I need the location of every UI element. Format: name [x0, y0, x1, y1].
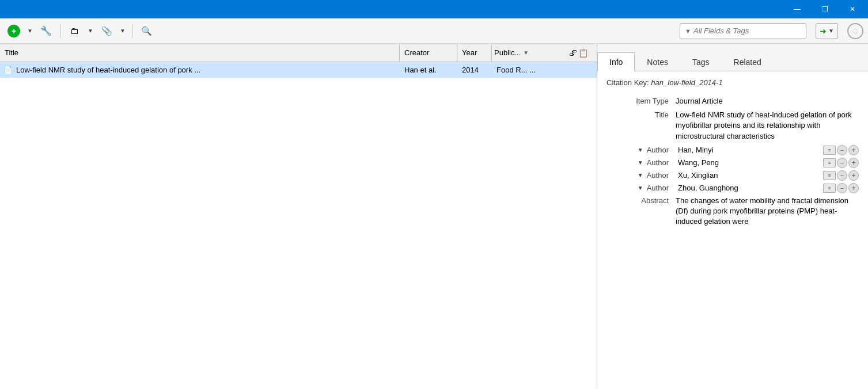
citation-key-label: Citation Key:	[607, 78, 649, 87]
main-layout: Title Creator Year Public... ▼ 🖇 📋 📄 Low…	[0, 44, 868, 389]
toolbar: + ▼ 🔧 🗀 ▼ 📎 ▼ 🔍 ▼ ➜ ▼ ◌	[0, 18, 868, 44]
author-3-move-btn[interactable]: ≡	[823, 171, 836, 180]
title-label: Title	[607, 110, 676, 119]
author-row-1: ▼ Author Han, Minyi ≡ − +	[607, 145, 859, 155]
go-button[interactable]: ➜ ▼	[816, 23, 838, 39]
search-box: ▼	[680, 23, 806, 39]
save-button[interactable]: 🗀	[65, 22, 84, 40]
citation-key-value: han_low-field_2014-1	[651, 78, 722, 87]
table-body: 📄 Low-field NMR study of heat-induced ge…	[0, 62, 597, 389]
author-3-remove-btn[interactable]: −	[837, 170, 847, 181]
row-title: Low-field NMR study of heat-induced gela…	[16, 66, 400, 74]
sync-button[interactable]: ◌	[847, 23, 863, 39]
author-3-name[interactable]: Xu, Xinglian	[678, 171, 821, 180]
author-3-label: Author	[647, 171, 673, 180]
author-2-move-btn[interactable]: ≡	[823, 158, 836, 167]
author-1-add-btn[interactable]: +	[848, 145, 859, 155]
maximize-button[interactable]: ❐	[812, 1, 838, 18]
attach-dropdown-button[interactable]: ▼	[118, 22, 127, 40]
author-row-3: ▼ Author Xu, Xinglian ≡ − +	[607, 170, 859, 181]
add-button[interactable]: +	[5, 22, 23, 40]
author-4-controls: ≡ − +	[823, 183, 859, 193]
row-publication: Food R... ...	[492, 66, 567, 74]
author-1-name[interactable]: Han, Minyi	[678, 146, 821, 154]
author-1-controls: ≡ − +	[823, 145, 859, 155]
close-button[interactable]: ✕	[839, 1, 866, 18]
left-panel: Title Creator Year Public... ▼ 🖇 📋 📄 Low…	[0, 44, 597, 389]
row-creator: Han et al.	[400, 66, 457, 74]
title-row: Title Low-field NMR study of heat-induce…	[607, 110, 859, 142]
row-type-icon: 📄	[0, 66, 16, 74]
author-1-expand-icon[interactable]: ▼	[638, 147, 645, 153]
abstract-value[interactable]: The changes of water mobility and fracta…	[676, 196, 859, 227]
table-header: Title Creator Year Public... ▼ 🖇 📋	[0, 44, 597, 62]
go-arrow-icon: ➜	[820, 26, 827, 36]
author-1-label: Author	[647, 146, 673, 154]
search-dropdown-arrow: ▼	[685, 28, 691, 35]
author-row-2: ▼ Author Wang, Peng ≡ − +	[607, 158, 859, 168]
author-3-controls: ≡ − +	[823, 170, 859, 181]
abstract-label: Abstract	[607, 196, 676, 205]
authors-section: ▼ Author Han, Minyi ≡ − + ▼ Author	[607, 145, 859, 193]
author-row-4: ▼ Author Zhou, Guanghong ≡ − +	[607, 183, 859, 193]
title-bar: — ❐ ✕	[0, 0, 868, 18]
author-2-name[interactable]: Wang, Peng	[678, 158, 821, 167]
attach-button[interactable]: 📎	[97, 22, 116, 40]
author-4-move-btn[interactable]: ≡	[823, 184, 836, 193]
item-type-label: Item Type	[607, 96, 676, 105]
col-header-attach: 🖇 📋	[567, 44, 597, 62]
author-2-add-btn[interactable]: +	[848, 158, 859, 168]
separator-2	[132, 24, 132, 38]
author-3-expand-icon[interactable]: ▼	[638, 172, 645, 178]
citation-key-row: Citation Key: han_low-field_2014-1	[607, 78, 859, 87]
add-dropdown-button[interactable]: ▼	[25, 22, 35, 40]
col-header-year: Year	[457, 44, 492, 62]
tab-info[interactable]: Info	[597, 52, 635, 71]
sort-arrow-icon: ▼	[523, 49, 529, 56]
tools-button[interactable]: 🔧	[37, 22, 55, 40]
row-year: 2014	[457, 66, 492, 74]
col-header-creator: Creator	[400, 44, 457, 62]
separator-1	[60, 24, 60, 38]
author-2-remove-btn[interactable]: −	[837, 158, 847, 168]
author-1-move-btn[interactable]: ≡	[823, 146, 836, 155]
col-header-publication: Public... ▼	[492, 44, 567, 62]
go-dropdown-icon: ▼	[828, 28, 834, 34]
save-dropdown-button[interactable]: ▼	[86, 22, 95, 40]
author-4-name[interactable]: Zhou, Guanghong	[678, 184, 821, 192]
author-2-expand-icon[interactable]: ▼	[638, 159, 645, 166]
attach-col-icon: 🖇	[569, 48, 577, 58]
tab-notes[interactable]: Notes	[635, 52, 680, 71]
tabs: Info Notes Tags Related	[597, 44, 868, 71]
note-col-icon: 📋	[578, 48, 588, 58]
col-header-title: Title	[0, 44, 400, 62]
minimize-button[interactable]: —	[784, 1, 810, 18]
title-bar-controls: — ❐ ✕	[784, 1, 866, 18]
search-input[interactable]	[693, 26, 797, 35]
item-type-row: Item Type Journal Article	[607, 96, 859, 106]
right-panel: Info Notes Tags Related Citation Key: ha…	[597, 44, 868, 389]
author-4-add-btn[interactable]: +	[848, 183, 859, 193]
author-2-controls: ≡ − +	[823, 158, 859, 168]
sync-icon: ◌	[852, 27, 858, 35]
abstract-row: Abstract The changes of water mobility a…	[607, 196, 859, 227]
author-4-label: Author	[647, 184, 673, 192]
table-row[interactable]: 📄 Low-field NMR study of heat-induced ge…	[0, 62, 597, 78]
tab-related[interactable]: Related	[722, 52, 774, 71]
author-3-add-btn[interactable]: +	[848, 170, 859, 181]
author-4-remove-btn[interactable]: −	[837, 183, 847, 193]
locate-button[interactable]: 🔍	[137, 22, 156, 40]
info-content: Citation Key: han_low-field_2014-1 Item …	[597, 71, 868, 389]
title-value[interactable]: Low-field NMR study of heat-induced gela…	[676, 110, 859, 142]
tab-tags[interactable]: Tags	[680, 52, 722, 71]
author-1-remove-btn[interactable]: −	[837, 145, 847, 155]
item-type-value[interactable]: Journal Article	[676, 96, 859, 106]
add-icon: +	[7, 25, 20, 37]
author-4-expand-icon[interactable]: ▼	[638, 185, 645, 191]
author-2-label: Author	[647, 158, 673, 167]
